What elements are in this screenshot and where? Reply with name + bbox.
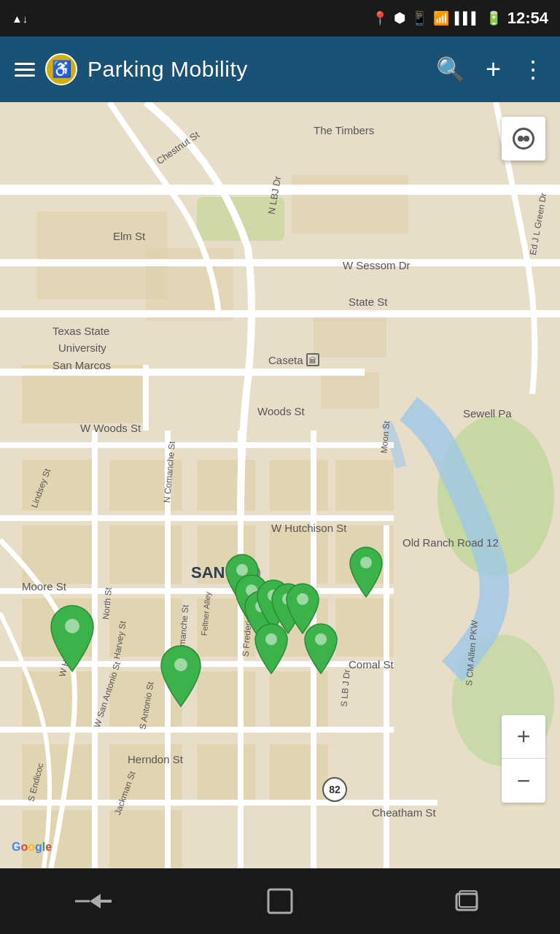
svg-rect-31 xyxy=(197,744,255,803)
signal-icon: ▲↓ xyxy=(12,12,28,25)
wheelchair-icon: ♿ xyxy=(52,60,71,79)
google-logo: Google xyxy=(12,841,52,854)
svg-rect-16 xyxy=(109,525,182,584)
location-target-icon xyxy=(513,128,534,150)
more-options-button[interactable]: ⋮ xyxy=(521,55,545,83)
back-button[interactable] xyxy=(64,879,122,923)
zoom-in-button[interactable]: + xyxy=(502,715,545,759)
svg-rect-13 xyxy=(270,460,328,511)
svg-rect-27 xyxy=(197,671,255,730)
app-title: Parking Mobility xyxy=(88,57,248,82)
phone-icon: 📱 xyxy=(411,10,427,26)
svg-rect-32 xyxy=(270,744,328,803)
status-left: ▲↓ xyxy=(12,12,28,25)
svg-rect-8 xyxy=(314,314,386,358)
recents-button[interactable] xyxy=(438,879,496,923)
svg-rect-26 xyxy=(109,671,182,730)
location-status-icon: 📍 xyxy=(372,10,388,26)
svg-rect-23 xyxy=(270,598,328,657)
svg-rect-34 xyxy=(109,810,182,868)
svg-rect-9 xyxy=(321,372,379,409)
svg-rect-10 xyxy=(22,460,95,511)
wifi-icon: 📶 xyxy=(433,10,449,26)
app-bar: ♿ Parking Mobility 🔍 + ⋮ xyxy=(0,36,560,102)
svg-rect-28 xyxy=(270,671,328,730)
status-bar: ▲↓ 📍 ⬢ 📱 📶 ▌▌▌ 🔋 12:54 xyxy=(0,0,560,36)
location-button[interactable] xyxy=(502,117,545,161)
svg-rect-22 xyxy=(197,598,255,657)
svg-rect-30 xyxy=(109,744,182,803)
home-button[interactable] xyxy=(251,879,309,923)
route-82-marker: 82 xyxy=(322,777,347,802)
svg-rect-29 xyxy=(22,744,95,803)
svg-rect-21 xyxy=(109,598,182,657)
nav-bar xyxy=(0,868,560,934)
search-button[interactable]: 🔍 xyxy=(436,55,465,83)
battery-icon: 🔋 xyxy=(486,10,502,26)
status-right: 📍 ⬢ 📱 📶 ▌▌▌ 🔋 12:54 xyxy=(372,9,548,28)
zoom-out-button[interactable]: − xyxy=(502,759,545,803)
zoom-controls: + − xyxy=(502,715,545,803)
clock: 12:54 xyxy=(508,9,548,28)
svg-rect-25 xyxy=(22,671,95,730)
svg-rect-5 xyxy=(292,175,408,234)
map-container[interactable]: The Timbers Chestnut St Elm St N LBJ Dr … xyxy=(0,102,560,868)
svg-rect-18 xyxy=(270,525,328,584)
signal-bars-icon: ▌▌▌ xyxy=(455,12,480,25)
svg-rect-17 xyxy=(197,525,255,584)
bluetooth-icon: ⬢ xyxy=(394,10,405,26)
svg-rect-11 xyxy=(109,460,182,511)
hamburger-menu[interactable] xyxy=(15,63,35,77)
app-logo: ♿ xyxy=(45,53,77,85)
svg-rect-12 xyxy=(197,460,255,511)
svg-rect-20 xyxy=(22,598,95,657)
add-button[interactable]: + xyxy=(486,54,501,85)
svg-rect-14 xyxy=(335,460,394,511)
svg-rect-64 xyxy=(268,889,292,913)
